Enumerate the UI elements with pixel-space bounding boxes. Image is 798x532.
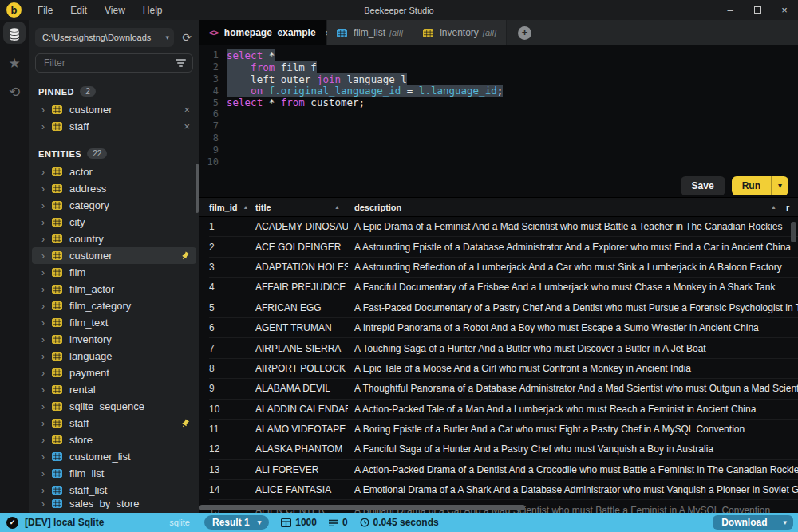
run-button[interactable]: Run: [732, 176, 771, 195]
entity-item-film[interactable]: ›film: [32, 264, 196, 281]
code-line[interactable]: 3 left outer join language l: [200, 73, 798, 85]
entity-item-store[interactable]: ›store: [32, 432, 196, 448]
column-header-description[interactable]: description▲: [348, 198, 786, 216]
results-horizontal-scrollbar[interactable]: [200, 505, 525, 510]
entity-item-film_actor[interactable]: ›film_actor: [32, 281, 196, 298]
pin-icon[interactable]: [180, 419, 190, 428]
table-row[interactable]: 3ADAPTATION HOLESA Astounding Reflection…: [209, 258, 798, 278]
code-line[interactable]: 6: [200, 108, 798, 120]
entity-item-customer_list[interactable]: ›customer_list: [32, 448, 196, 465]
entity-item-category[interactable]: ›category: [32, 197, 196, 214]
code-line[interactable]: 7: [200, 120, 798, 132]
sort-icon[interactable]: ▲: [334, 204, 340, 210]
expand-caret-icon[interactable]: ›: [41, 451, 52, 463]
code-line[interactable]: 10: [200, 156, 798, 167]
table-row[interactable]: 10ALADDIN CALENDARA Action-Packed Tale o…: [209, 400, 798, 420]
code-line[interactable]: 5select * from customer;: [200, 97, 798, 108]
expand-caret-icon[interactable]: ›: [41, 183, 52, 195]
connection-name[interactable]: [DEV] local Sqlite: [25, 517, 104, 528]
expand-caret-icon[interactable]: ›: [41, 334, 52, 345]
table-row[interactable]: 14ALICE FANTASIAA Emotional Drama of a A…: [209, 480, 798, 500]
table-row[interactable]: 9ALABAMA DEVILA Thoughtful Panorama of a…: [209, 379, 798, 399]
table-row[interactable]: 13ALI FOREVERA Action-Packed Drama of a …: [209, 460, 798, 480]
column-header-title[interactable]: title▲: [254, 198, 348, 216]
entity-filter[interactable]: [35, 53, 193, 73]
results-vertical-scrollbar[interactable]: [791, 222, 796, 242]
entity-item-film_list[interactable]: ›film_list: [32, 465, 196, 482]
expand-caret-icon[interactable]: ›: [41, 368, 52, 379]
expand-caret-icon[interactable]: ›: [41, 485, 52, 496]
column-header-r[interactable]: r: [786, 198, 798, 216]
sort-icon[interactable]: ▲: [771, 204, 776, 210]
code-line[interactable]: 9: [200, 144, 798, 156]
expand-caret-icon[interactable]: ›: [41, 384, 52, 396]
expand-caret-icon[interactable]: ›: [41, 468, 52, 479]
expand-caret-icon[interactable]: ›: [41, 267, 52, 278]
filter-input[interactable]: [42, 57, 176, 69]
table-row[interactable]: 12ALASKA PHANTOMA Fanciful Saga of a Hun…: [209, 439, 798, 459]
maximize-icon[interactable]: [744, 4, 771, 16]
new-tab-button[interactable]: +: [518, 26, 531, 40]
table-row[interactable]: 7AIRPLANE SIERRAA Touching Saga of a Hun…: [209, 338, 798, 358]
unpin-icon[interactable]: ×: [179, 120, 190, 132]
expand-caret-icon[interactable]: ›: [41, 104, 52, 116]
expand-caret-icon[interactable]: ›: [41, 121, 52, 132]
download-button[interactable]: Download: [713, 515, 776, 530]
tab-homepage_example[interactable]: <>homepage_example×: [200, 20, 327, 45]
expand-caret-icon[interactable]: ›: [41, 301, 52, 312]
expand-caret-icon[interactable]: ›: [41, 200, 52, 211]
table-row[interactable]: 5AFRICAN EGGA Fast-Paced Documentary of …: [209, 298, 798, 318]
code-line[interactable]: 2 from film f: [200, 61, 798, 73]
sidebar-scrollbar[interactable]: [196, 164, 199, 213]
filter-icon[interactable]: [176, 59, 186, 67]
entity-item-address[interactable]: ›address: [32, 180, 196, 197]
save-button[interactable]: Save: [681, 176, 725, 195]
table-row[interactable]: 11ALAMO VIDEOTAPEA Boring Epistle of a B…: [209, 420, 798, 439]
entity-item-staff_list[interactable]: ›staff_list: [32, 482, 196, 499]
expand-caret-icon[interactable]: ›: [41, 401, 52, 412]
expand-caret-icon[interactable]: ›: [41, 284, 52, 295]
expand-caret-icon[interactable]: ›: [41, 418, 52, 429]
pinned-item-staff[interactable]: ›staff×: [32, 118, 196, 135]
history-icon[interactable]: ⟲: [0, 77, 29, 106]
entity-item-sales_by_store[interactable]: ›sales_by_store: [32, 499, 196, 509]
entity-item-city[interactable]: ›city: [32, 214, 196, 231]
pinned-item-customer[interactable]: ›customer×: [32, 101, 196, 118]
entity-item-payment[interactable]: ›payment: [32, 365, 196, 381]
database-selector[interactable]: C:\Users\ghstng\Downloads ▾: [35, 28, 174, 47]
tab-inventory[interactable]: inventory[all]: [413, 20, 507, 45]
sql-editor[interactable]: 1select *2 from film f3 left outer join …: [200, 45, 798, 174]
expand-caret-icon[interactable]: ›: [41, 351, 52, 362]
tab-film_list[interactable]: film_list[all]: [327, 20, 413, 45]
unpin-icon[interactable]: ×: [179, 104, 190, 116]
pin-icon[interactable]: [180, 251, 190, 261]
sort-icon[interactable]: ▲: [243, 204, 248, 210]
entity-item-film_text[interactable]: ›film_text: [32, 314, 196, 331]
table-row[interactable]: 1ACADEMY DINOSAURA Epic Drama of a Femin…: [209, 217, 798, 237]
table-row[interactable]: 8AIRPORT POLLOCKA Epic Tale of a Moose A…: [209, 359, 798, 379]
entity-item-customer[interactable]: ›customer: [32, 247, 196, 264]
minimize-icon[interactable]: –: [717, 4, 744, 16]
column-header-film_id[interactable]: film_id▲: [209, 198, 254, 216]
expand-caret-icon[interactable]: ›: [41, 234, 52, 245]
table-row[interactable]: 4AFFAIR PREJUDICEA Fanciful Documentary …: [209, 278, 798, 298]
entity-item-rental[interactable]: ›rental: [32, 381, 196, 398]
table-row[interactable]: 2ACE GOLDFINGERA Astounding Epistle of a…: [209, 237, 798, 257]
entity-item-inventory[interactable]: ›inventory: [32, 331, 196, 348]
entity-item-country[interactable]: ›country: [32, 231, 196, 247]
code-line[interactable]: 4 on f.original_language_id = l.language…: [200, 85, 798, 97]
expand-caret-icon[interactable]: ›: [41, 499, 52, 509]
result-selector[interactable]: Result 1 ▾: [204, 515, 269, 530]
expand-caret-icon[interactable]: ›: [41, 217, 52, 228]
favorites-icon[interactable]: ★: [0, 49, 29, 77]
code-line[interactable]: 8: [200, 132, 798, 144]
expand-caret-icon[interactable]: ›: [41, 317, 52, 329]
close-icon[interactable]: ×: [771, 4, 798, 16]
download-options-icon[interactable]: ▾: [776, 515, 793, 530]
entity-item-sqlite_sequence[interactable]: ›sqlite_sequence: [32, 398, 196, 415]
entity-item-actor[interactable]: ›actor: [32, 164, 196, 180]
entity-item-staff[interactable]: ›staff: [32, 415, 196, 432]
table-row[interactable]: 6AGENT TRUMANA Intrepid Panorama of a Ro…: [209, 318, 798, 338]
expand-caret-icon[interactable]: ›: [41, 250, 52, 262]
code-line[interactable]: 1select *: [200, 49, 798, 61]
